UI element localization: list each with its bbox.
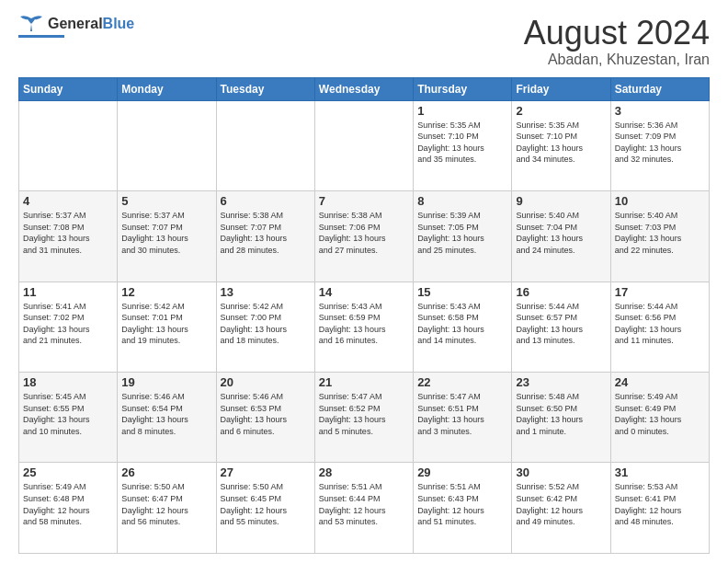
weekday-header-thursday: Thursday xyxy=(414,77,512,100)
day-info: Sunrise: 5:39 AM Sunset: 7:05 PM Dayligh… xyxy=(417,210,507,256)
day-number: 24 xyxy=(615,375,705,389)
calendar-cell: 6Sunrise: 5:38 AM Sunset: 7:07 PM Daylig… xyxy=(216,191,314,282)
subtitle: Abadan, Khuzestan, Iran xyxy=(524,52,710,68)
day-number: 13 xyxy=(221,285,311,299)
title-block: August 2024 Abadan, Khuzestan, Iran xyxy=(524,15,710,68)
calendar-cell: 31Sunrise: 5:53 AM Sunset: 6:41 PM Dayli… xyxy=(610,463,709,554)
weekday-header-wednesday: Wednesday xyxy=(314,77,413,100)
day-number: 5 xyxy=(121,194,211,208)
day-number: 2 xyxy=(516,104,606,118)
day-info: Sunrise: 5:47 AM Sunset: 6:51 PM Dayligh… xyxy=(417,391,507,437)
logo: GeneralBlue xyxy=(18,15,134,38)
calendar-cell xyxy=(19,100,118,190)
day-info: Sunrise: 5:40 AM Sunset: 7:04 PM Dayligh… xyxy=(516,210,606,256)
day-number: 23 xyxy=(516,375,606,389)
calendar-cell xyxy=(118,100,216,190)
day-number: 26 xyxy=(121,465,211,479)
day-info: Sunrise: 5:47 AM Sunset: 6:52 PM Dayligh… xyxy=(319,391,409,437)
week-row-1: 1Sunrise: 5:35 AM Sunset: 7:10 PM Daylig… xyxy=(19,100,710,190)
day-number: 10 xyxy=(615,194,705,208)
main-title: August 2024 xyxy=(524,15,710,52)
calendar-cell: 14Sunrise: 5:43 AM Sunset: 6:59 PM Dayli… xyxy=(314,282,413,372)
day-number: 3 xyxy=(615,104,705,118)
day-number: 18 xyxy=(23,375,113,389)
calendar-cell: 23Sunrise: 5:48 AM Sunset: 6:50 PM Dayli… xyxy=(512,373,610,463)
calendar-cell: 9Sunrise: 5:40 AM Sunset: 7:04 PM Daylig… xyxy=(512,191,610,282)
logo-blue-text: Blue xyxy=(103,16,135,31)
calendar-cell: 30Sunrise: 5:52 AM Sunset: 6:42 PM Dayli… xyxy=(512,463,610,554)
day-number: 8 xyxy=(417,194,507,208)
day-number: 11 xyxy=(23,285,113,299)
day-info: Sunrise: 5:42 AM Sunset: 7:00 PM Dayligh… xyxy=(221,301,311,347)
day-number: 21 xyxy=(319,375,409,389)
day-number: 25 xyxy=(23,465,113,479)
day-info: Sunrise: 5:37 AM Sunset: 7:07 PM Dayligh… xyxy=(121,210,211,256)
day-info: Sunrise: 5:44 AM Sunset: 6:57 PM Dayligh… xyxy=(516,301,606,347)
calendar-cell: 27Sunrise: 5:50 AM Sunset: 6:45 PM Dayli… xyxy=(216,463,314,554)
calendar-cell: 7Sunrise: 5:38 AM Sunset: 7:06 PM Daylig… xyxy=(314,191,413,282)
day-number: 9 xyxy=(516,194,606,208)
calendar-cell: 4Sunrise: 5:37 AM Sunset: 7:08 PM Daylig… xyxy=(19,191,118,282)
day-number: 30 xyxy=(516,465,606,479)
day-info: Sunrise: 5:43 AM Sunset: 6:58 PM Dayligh… xyxy=(417,301,507,347)
logo-underline xyxy=(18,35,64,38)
weekday-header-monday: Monday xyxy=(118,77,216,100)
calendar-cell: 10Sunrise: 5:40 AM Sunset: 7:03 PM Dayli… xyxy=(610,191,709,282)
day-info: Sunrise: 5:38 AM Sunset: 7:07 PM Dayligh… xyxy=(221,210,311,256)
day-info: Sunrise: 5:51 AM Sunset: 6:43 PM Dayligh… xyxy=(417,481,507,527)
day-number: 22 xyxy=(417,375,507,389)
day-info: Sunrise: 5:36 AM Sunset: 7:09 PM Dayligh… xyxy=(615,120,705,166)
day-number: 14 xyxy=(319,285,409,299)
day-info: Sunrise: 5:49 AM Sunset: 6:49 PM Dayligh… xyxy=(615,391,705,437)
day-number: 27 xyxy=(221,465,311,479)
calendar-cell: 18Sunrise: 5:45 AM Sunset: 6:55 PM Dayli… xyxy=(19,373,118,463)
week-row-5: 25Sunrise: 5:49 AM Sunset: 6:48 PM Dayli… xyxy=(19,463,710,554)
day-info: Sunrise: 5:43 AM Sunset: 6:59 PM Dayligh… xyxy=(319,301,409,347)
calendar-cell: 20Sunrise: 5:46 AM Sunset: 6:53 PM Dayli… xyxy=(216,373,314,463)
day-number: 4 xyxy=(23,194,113,208)
day-info: Sunrise: 5:49 AM Sunset: 6:48 PM Dayligh… xyxy=(23,481,113,527)
day-number: 7 xyxy=(319,194,409,208)
day-info: Sunrise: 5:37 AM Sunset: 7:08 PM Dayligh… xyxy=(23,210,113,256)
calendar-cell: 24Sunrise: 5:49 AM Sunset: 6:49 PM Dayli… xyxy=(610,373,709,463)
logo-bird-icon xyxy=(18,15,44,33)
day-number: 31 xyxy=(615,465,705,479)
calendar-cell: 12Sunrise: 5:42 AM Sunset: 7:01 PM Dayli… xyxy=(118,282,216,372)
calendar-cell: 15Sunrise: 5:43 AM Sunset: 6:58 PM Dayli… xyxy=(414,282,512,372)
calendar-cell: 17Sunrise: 5:44 AM Sunset: 6:56 PM Dayli… xyxy=(610,282,709,372)
week-row-3: 11Sunrise: 5:41 AM Sunset: 7:02 PM Dayli… xyxy=(19,282,710,372)
day-info: Sunrise: 5:46 AM Sunset: 6:53 PM Dayligh… xyxy=(221,391,311,437)
calendar-cell xyxy=(314,100,413,190)
day-number: 28 xyxy=(319,465,409,479)
day-info: Sunrise: 5:50 AM Sunset: 6:45 PM Dayligh… xyxy=(221,481,311,527)
day-number: 6 xyxy=(221,194,311,208)
logo-general-text: General xyxy=(48,16,103,31)
calendar-cell: 26Sunrise: 5:50 AM Sunset: 6:47 PM Dayli… xyxy=(118,463,216,554)
day-info: Sunrise: 5:45 AM Sunset: 6:55 PM Dayligh… xyxy=(23,391,113,437)
week-row-2: 4Sunrise: 5:37 AM Sunset: 7:08 PM Daylig… xyxy=(19,191,710,282)
weekday-header-friday: Friday xyxy=(512,77,610,100)
day-info: Sunrise: 5:41 AM Sunset: 7:02 PM Dayligh… xyxy=(23,301,113,347)
weekday-header-row: SundayMondayTuesdayWednesdayThursdayFrid… xyxy=(19,77,710,100)
page: GeneralBlue August 2024 Abadan, Khuzesta… xyxy=(0,0,728,563)
calendar-cell: 29Sunrise: 5:51 AM Sunset: 6:43 PM Dayli… xyxy=(414,463,512,554)
calendar: SundayMondayTuesdayWednesdayThursdayFrid… xyxy=(18,77,710,554)
day-number: 20 xyxy=(221,375,311,389)
day-number: 15 xyxy=(417,285,507,299)
day-info: Sunrise: 5:50 AM Sunset: 6:47 PM Dayligh… xyxy=(121,481,211,527)
weekday-header-saturday: Saturday xyxy=(610,77,709,100)
calendar-cell: 3Sunrise: 5:36 AM Sunset: 7:09 PM Daylig… xyxy=(610,100,709,190)
weekday-header-tuesday: Tuesday xyxy=(216,77,314,100)
day-number: 29 xyxy=(417,465,507,479)
calendar-cell: 5Sunrise: 5:37 AM Sunset: 7:07 PM Daylig… xyxy=(118,191,216,282)
day-info: Sunrise: 5:53 AM Sunset: 6:41 PM Dayligh… xyxy=(615,481,705,527)
calendar-cell xyxy=(216,100,314,190)
day-info: Sunrise: 5:42 AM Sunset: 7:01 PM Dayligh… xyxy=(121,301,211,347)
day-info: Sunrise: 5:35 AM Sunset: 7:10 PM Dayligh… xyxy=(417,120,507,166)
calendar-cell: 11Sunrise: 5:41 AM Sunset: 7:02 PM Dayli… xyxy=(19,282,118,372)
day-info: Sunrise: 5:48 AM Sunset: 6:50 PM Dayligh… xyxy=(516,391,606,437)
day-number: 19 xyxy=(121,375,211,389)
day-info: Sunrise: 5:46 AM Sunset: 6:54 PM Dayligh… xyxy=(121,391,211,437)
calendar-cell: 28Sunrise: 5:51 AM Sunset: 6:44 PM Dayli… xyxy=(314,463,413,554)
day-info: Sunrise: 5:35 AM Sunset: 7:10 PM Dayligh… xyxy=(516,120,606,166)
